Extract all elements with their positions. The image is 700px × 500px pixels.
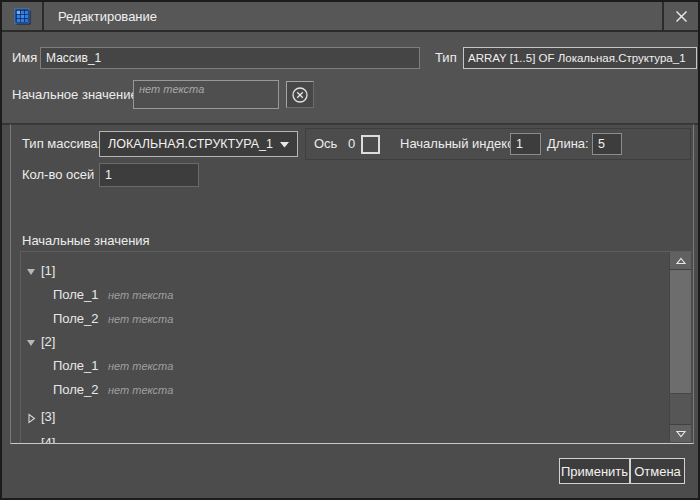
tree-field-row[interactable]: Поле_1 нет текста: [21, 358, 692, 375]
apply-button[interactable]: Применить: [559, 458, 630, 484]
length-input[interactable]: [592, 133, 622, 155]
triangle-up-icon: [676, 257, 686, 265]
axis-groupbox: Ось 0 Начальный индекс: Длина:: [305, 128, 691, 160]
field-value-placeholder[interactable]: нет текста: [108, 384, 173, 396]
tree-node-label: [2]: [41, 334, 55, 349]
expander-open-icon[interactable]: [27, 340, 35, 346]
array-type-label: Тип массива:: [22, 131, 101, 157]
clear-initial-value-button[interactable]: [286, 81, 314, 108]
tree-node-label: [4]: [41, 435, 55, 443]
field-name: Поле_2: [53, 382, 99, 397]
chevron-down-icon: [280, 137, 289, 151]
field-name: Поле_1: [53, 287, 99, 302]
initial-value-input[interactable]: [133, 80, 279, 109]
axis-checkbox[interactable]: [361, 135, 380, 154]
axes-count-input[interactable]: [99, 163, 199, 187]
field-name: Поле_2: [53, 311, 99, 326]
close-button[interactable]: [662, 2, 698, 30]
start-index-input[interactable]: [510, 133, 541, 155]
tree-node-3[interactable]: [3]: [21, 409, 692, 426]
name-label: Имя: [12, 47, 37, 69]
name-input[interactable]: [40, 47, 420, 69]
close-icon: [674, 9, 689, 24]
array-grid-icon: [12, 6, 32, 26]
initial-values-label: Начальные значения: [22, 233, 150, 248]
expander-open-icon[interactable]: [27, 269, 35, 275]
initial-values-tree: [1] Поле_1 нет текста Поле_2 нет текста …: [20, 251, 692, 443]
tree-node-2[interactable]: [2]: [21, 334, 692, 351]
axis-label: Ось: [314, 129, 337, 159]
tree-node-label: [1]: [41, 263, 55, 278]
axes-count-label: Кол-во осей: [22, 163, 94, 187]
length-label: Длина:: [547, 129, 589, 159]
circle-x-icon: [291, 86, 309, 104]
scrollbar-thumb[interactable]: [670, 270, 691, 394]
window-title: Редактирование: [58, 9, 662, 24]
start-index-label: Начальный индекс:: [400, 129, 517, 159]
field-value-placeholder[interactable]: нет текста: [108, 360, 173, 372]
tree-field-row[interactable]: Поле_1 нет текста: [21, 287, 692, 304]
scroll-up-button[interactable]: [670, 252, 691, 270]
tree-node-1[interactable]: [1]: [21, 263, 692, 280]
field-value-placeholder[interactable]: нет текста: [108, 313, 173, 325]
tree-scrollbar[interactable]: [669, 252, 691, 442]
array-type-dropdown[interactable]: ЛОКАЛЬНАЯ.СТРУКТУРА_1: [99, 131, 298, 157]
expander-closed-icon[interactable]: [28, 412, 36, 427]
axis-number: 0: [348, 129, 355, 159]
field-name: Поле_1: [53, 358, 99, 373]
titlebar: Редактирование: [2, 2, 698, 32]
initial-value-label: Начальное значение: [12, 80, 138, 109]
edit-dialog: Редактирование Имя Тип Начальное значени…: [0, 0, 700, 500]
field-value-placeholder[interactable]: нет текста: [108, 289, 173, 301]
tree-node-label: [3]: [41, 409, 55, 424]
type-input[interactable]: [463, 47, 697, 69]
tree-node-4[interactable]: [4]: [21, 435, 692, 443]
app-icon-box: [2, 2, 44, 30]
triangle-down-icon: [676, 430, 686, 438]
type-label: Тип: [435, 47, 457, 69]
array-type-value: ЛОКАЛЬНАЯ.СТРУКТУРА_1: [108, 137, 273, 151]
tree-field-row[interactable]: Поле_2 нет текста: [21, 382, 692, 399]
scroll-down-button[interactable]: [670, 424, 691, 442]
cancel-button[interactable]: Отмена: [630, 458, 685, 484]
tree-field-row[interactable]: Поле_2 нет текста: [21, 311, 692, 328]
